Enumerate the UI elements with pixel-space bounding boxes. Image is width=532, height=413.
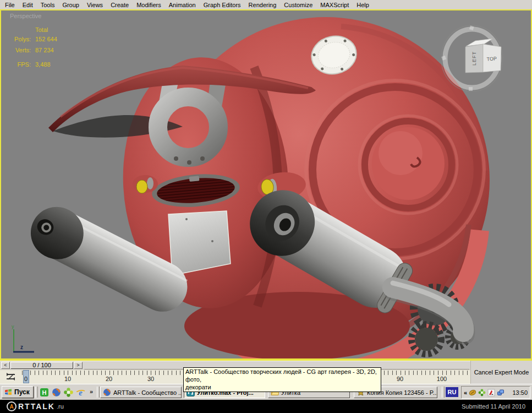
quicklaunch-icq-icon[interactable]: [64, 388, 73, 397]
tray-chevron[interactable]: «: [464, 389, 467, 396]
quicklaunch-h-icon[interactable]: H: [40, 388, 49, 397]
svg-text:e: e: [79, 388, 83, 397]
tray-clock[interactable]: 13:50: [512, 389, 528, 396]
cancel-expert-mode-button[interactable]: Cancel Expert Mode: [470, 361, 532, 384]
taskbar-divider: [35, 387, 38, 398]
tick-20: 20: [101, 376, 117, 382]
tray-icq-icon[interactable]: [478, 389, 486, 396]
menu-views[interactable]: Views: [83, 1, 107, 9]
stats-fps-value: 3,488: [35, 61, 51, 68]
taskbar-tooltip: ARTTalk - Сообщество творческих людей - …: [183, 367, 381, 392]
stats-fps-label: FPS:: [8, 61, 31, 68]
tick-10: 10: [59, 376, 76, 382]
menu-create[interactable]: Create: [107, 1, 133, 9]
menu-group[interactable]: Group: [58, 1, 83, 9]
time-slider-thumb[interactable]: 0 / 100: [10, 362, 73, 369]
max-window: File Edit Tools Group Views Create Modif…: [0, 0, 532, 413]
menu-graph-editors[interactable]: Graph Editors: [200, 1, 245, 9]
svg-text:H: H: [42, 389, 47, 396]
menu-rendering[interactable]: Rendering: [245, 1, 281, 9]
menu-file[interactable]: File: [1, 1, 19, 9]
taskbar-divider: [97, 387, 100, 398]
menu-edit[interactable]: Edit: [19, 1, 37, 9]
viewport-label[interactable]: Perspective: [10, 13, 41, 19]
task-label: ARTTalk - Сообщество ...: [113, 389, 182, 396]
firefox-icon: [103, 388, 111, 396]
tooltip-line2: декорати: [185, 383, 379, 391]
start-button[interactable]: Пуск: [2, 386, 34, 398]
frame-next-button[interactable]: >: [74, 362, 83, 369]
tick-100: 100: [434, 376, 450, 382]
tray-gold-icon[interactable]: [469, 389, 476, 396]
snail-vehicle-model: LEFT TOP y z: [1, 10, 531, 358]
logo-tld: .ru: [57, 403, 64, 410]
viewcube[interactable]: LEFT TOP: [441, 25, 503, 91]
viewcube-left-label: LEFT: [471, 51, 477, 66]
menu-animation[interactable]: Animation: [165, 1, 200, 9]
language-indicator[interactable]: RU: [446, 387, 458, 397]
stats-verts-value: 87 234: [35, 47, 54, 53]
start-label: Пуск: [14, 388, 30, 396]
tick-90: 90: [392, 376, 408, 382]
stats-total-header: Total: [35, 26, 48, 33]
tray-network-icon[interactable]: [497, 389, 504, 396]
tooltip-line1: ARTTalk - Сообщество творческих людей - …: [185, 368, 379, 383]
windows-flag-icon: [4, 388, 12, 396]
cancel-expert-mode-label: Cancel Expert Mode: [474, 369, 529, 376]
axis-y-label: y: [12, 324, 14, 329]
tray-antivirus-icon[interactable]: [487, 389, 495, 396]
menu-modifiers[interactable]: Modifiers: [133, 1, 165, 9]
footer-bar: A rttalk .ru Submitted 11 April 2010: [0, 400, 532, 413]
logo-circle-a: A: [7, 401, 17, 411]
world-axis-tripod: y z: [12, 324, 34, 352]
menu-help[interactable]: Help: [353, 1, 373, 9]
stats-verts-label: Verts:: [8, 47, 31, 53]
viewcube-top-label: TOP: [486, 56, 497, 62]
quicklaunch-ie-icon[interactable]: e: [76, 388, 85, 397]
quicklaunch-overflow[interactable]: »: [90, 388, 93, 395]
task-button-arttalk[interactable]: ARTTalk - Сообщество ...: [100, 387, 182, 398]
system-tray: « 13:50: [461, 386, 530, 399]
menu-bar: File Edit Tools Group Views Create Modif…: [0, 0, 532, 9]
quicklaunch-firefox-icon[interactable]: [52, 388, 61, 397]
perspective-viewport[interactable]: LEFT TOP y z Perspective Total Polys: 15…: [0, 9, 532, 361]
stats-polys-value: 152 644: [35, 36, 57, 42]
taskbar-divider: [442, 387, 445, 398]
menu-customize[interactable]: Customize: [280, 1, 316, 9]
stats-polys-label: Polys:: [8, 36, 31, 42]
axis-z-label: z: [20, 344, 23, 350]
logo-text: rttalk: [18, 402, 55, 411]
frame-prev-button[interactable]: <: [1, 362, 10, 369]
menu-maxscript[interactable]: MAXScript: [316, 1, 353, 9]
arttalk-logo: A rttalk .ru: [7, 401, 64, 411]
plate: [168, 211, 231, 275]
tick-0: 0: [18, 376, 34, 382]
menu-tools[interactable]: Tools: [37, 1, 59, 9]
mini-trackbar-icon[interactable]: [6, 372, 17, 381]
tick-30: 30: [142, 376, 159, 382]
submitted-date: Submitted 11 April 2010: [462, 403, 525, 410]
